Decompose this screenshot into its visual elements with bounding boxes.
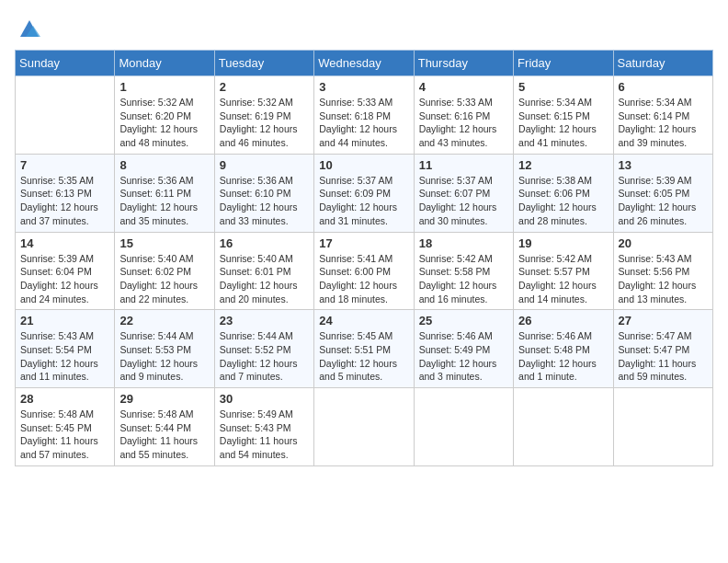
- day-number: 4: [419, 80, 508, 94]
- day-info: Sunrise: 5:36 AMSunset: 6:10 PMDaylight:…: [220, 174, 309, 228]
- calendar-cell: 20Sunrise: 5:43 AMSunset: 5:56 PMDayligh…: [613, 232, 712, 310]
- calendar-cell: 6Sunrise: 5:34 AMSunset: 6:14 PMDaylight…: [613, 76, 712, 155]
- day-info: Sunrise: 5:44 AMSunset: 5:52 PMDaylight:…: [220, 329, 309, 384]
- day-number: 19: [518, 236, 608, 250]
- day-info: Sunrise: 5:48 AMSunset: 5:44 PMDaylight:…: [119, 408, 209, 462]
- day-number: 8: [119, 158, 209, 172]
- calendar-cell: 3Sunrise: 5:33 AMSunset: 6:18 PMDaylight…: [314, 76, 414, 155]
- calendar-cell: [414, 388, 513, 466]
- calendar-cell: 21Sunrise: 5:43 AMSunset: 5:54 PMDayligh…: [16, 310, 115, 388]
- calendar-week-row: 21Sunrise: 5:43 AMSunset: 5:54 PMDayligh…: [16, 310, 713, 388]
- calendar-cell: 7Sunrise: 5:35 AMSunset: 6:13 PMDaylight…: [16, 154, 115, 232]
- day-info: Sunrise: 5:33 AMSunset: 6:16 PMDaylight:…: [419, 96, 508, 150]
- day-number: 12: [518, 158, 608, 172]
- day-number: 21: [20, 314, 109, 327]
- day-number: 9: [220, 158, 309, 172]
- calendar-cell: 11Sunrise: 5:37 AMSunset: 6:07 PMDayligh…: [414, 154, 513, 232]
- day-number: 7: [20, 158, 109, 172]
- calendar-cell: 29Sunrise: 5:48 AMSunset: 5:44 PMDayligh…: [115, 388, 214, 466]
- calendar-cell: 5Sunrise: 5:34 AMSunset: 6:15 PMDaylight…: [514, 76, 613, 155]
- calendar-cell: 30Sunrise: 5:49 AMSunset: 5:43 PMDayligh…: [214, 388, 313, 466]
- day-number: 10: [319, 158, 408, 172]
- calendar-week-row: 7Sunrise: 5:35 AMSunset: 6:13 PMDaylight…: [16, 154, 713, 232]
- calendar-cell: 10Sunrise: 5:37 AMSunset: 6:09 PMDayligh…: [314, 154, 414, 232]
- calendar-cell: 1Sunrise: 5:32 AMSunset: 6:20 PMDaylight…: [115, 76, 214, 155]
- calendar-cell: 24Sunrise: 5:45 AMSunset: 5:51 PMDayligh…: [314, 310, 414, 388]
- day-info: Sunrise: 5:42 AMSunset: 5:58 PMDaylight:…: [419, 252, 508, 306]
- day-info: Sunrise: 5:32 AMSunset: 6:20 PMDaylight:…: [119, 96, 209, 150]
- logo-icon: [17, 15, 42, 40]
- day-info: Sunrise: 5:40 AMSunset: 6:01 PMDaylight:…: [220, 252, 309, 306]
- day-number: 26: [518, 314, 608, 327]
- calendar-cell: 17Sunrise: 5:41 AMSunset: 6:00 PMDayligh…: [314, 232, 414, 310]
- day-header-saturday: Saturday: [613, 51, 712, 76]
- day-info: Sunrise: 5:33 AMSunset: 6:18 PMDaylight:…: [319, 96, 408, 150]
- calendar-week-row: 28Sunrise: 5:48 AMSunset: 5:45 PMDayligh…: [16, 388, 713, 466]
- day-number: 18: [419, 236, 508, 250]
- calendar-header-row: SundayMondayTuesdayWednesdayThursdayFrid…: [16, 51, 713, 76]
- day-number: 23: [220, 314, 309, 327]
- calendar-table: SundayMondayTuesdayWednesdayThursdayFrid…: [15, 50, 713, 466]
- calendar-cell: 23Sunrise: 5:44 AMSunset: 5:52 PMDayligh…: [214, 310, 313, 388]
- day-header-friday: Friday: [514, 51, 613, 76]
- day-info: Sunrise: 5:41 AMSunset: 6:00 PMDaylight:…: [319, 252, 408, 306]
- day-info: Sunrise: 5:34 AMSunset: 6:15 PMDaylight:…: [518, 96, 608, 150]
- day-info: Sunrise: 5:34 AMSunset: 6:14 PMDaylight:…: [619, 96, 708, 150]
- calendar-cell: 19Sunrise: 5:42 AMSunset: 5:57 PMDayligh…: [514, 232, 613, 310]
- day-number: 20: [619, 236, 708, 250]
- calendar-cell: [613, 388, 712, 466]
- day-info: Sunrise: 5:45 AMSunset: 5:51 PMDaylight:…: [319, 329, 408, 384]
- day-info: Sunrise: 5:38 AMSunset: 6:06 PMDaylight:…: [518, 174, 608, 228]
- day-header-wednesday: Wednesday: [314, 51, 414, 76]
- day-info: Sunrise: 5:47 AMSunset: 5:47 PMDaylight:…: [619, 329, 708, 384]
- day-info: Sunrise: 5:39 AMSunset: 6:04 PMDaylight:…: [20, 252, 109, 306]
- day-info: Sunrise: 5:32 AMSunset: 6:19 PMDaylight:…: [220, 96, 309, 150]
- day-number: 30: [220, 392, 309, 406]
- day-info: Sunrise: 5:40 AMSunset: 6:02 PMDaylight:…: [119, 252, 209, 306]
- day-number: 15: [119, 236, 209, 250]
- calendar-cell: 25Sunrise: 5:46 AMSunset: 5:49 PMDayligh…: [414, 310, 513, 388]
- calendar-week-row: 14Sunrise: 5:39 AMSunset: 6:04 PMDayligh…: [16, 232, 713, 310]
- calendar-week-row: 1Sunrise: 5:32 AMSunset: 6:20 PMDaylight…: [16, 76, 713, 155]
- calendar-cell: 28Sunrise: 5:48 AMSunset: 5:45 PMDayligh…: [16, 388, 115, 466]
- day-number: 2: [220, 80, 309, 94]
- day-number: 1: [119, 80, 209, 94]
- day-header-sunday: Sunday: [16, 51, 115, 76]
- day-number: 27: [619, 314, 708, 327]
- day-info: Sunrise: 5:46 AMSunset: 5:48 PMDaylight:…: [518, 329, 608, 384]
- day-info: Sunrise: 5:43 AMSunset: 5:56 PMDaylight:…: [619, 252, 708, 306]
- calendar-cell: 13Sunrise: 5:39 AMSunset: 6:05 PMDayligh…: [613, 154, 712, 232]
- day-number: 17: [319, 236, 408, 250]
- day-header-tuesday: Tuesday: [214, 51, 313, 76]
- day-number: 3: [319, 80, 408, 94]
- calendar-cell: 16Sunrise: 5:40 AMSunset: 6:01 PMDayligh…: [214, 232, 313, 310]
- day-number: 6: [619, 80, 708, 94]
- day-info: Sunrise: 5:46 AMSunset: 5:49 PMDaylight:…: [419, 329, 508, 384]
- day-number: 25: [419, 314, 508, 327]
- day-number: 24: [319, 314, 408, 327]
- day-info: Sunrise: 5:39 AMSunset: 6:05 PMDaylight:…: [619, 174, 708, 228]
- day-info: Sunrise: 5:37 AMSunset: 6:09 PMDaylight:…: [319, 174, 408, 228]
- logo: [15, 15, 42, 40]
- day-info: Sunrise: 5:35 AMSunset: 6:13 PMDaylight:…: [20, 174, 109, 228]
- calendar-cell: 26Sunrise: 5:46 AMSunset: 5:48 PMDayligh…: [514, 310, 613, 388]
- day-number: 28: [20, 392, 109, 406]
- day-number: 16: [220, 236, 309, 250]
- day-info: Sunrise: 5:49 AMSunset: 5:43 PMDaylight:…: [220, 408, 309, 462]
- day-info: Sunrise: 5:37 AMSunset: 6:07 PMDaylight:…: [419, 174, 508, 228]
- day-info: Sunrise: 5:42 AMSunset: 5:57 PMDaylight:…: [518, 252, 608, 306]
- calendar-cell: 2Sunrise: 5:32 AMSunset: 6:19 PMDaylight…: [214, 76, 313, 155]
- calendar-cell: [16, 76, 115, 155]
- day-number: 22: [119, 314, 209, 327]
- day-number: 13: [619, 158, 708, 172]
- page-header: [15, 15, 713, 40]
- calendar-cell: 18Sunrise: 5:42 AMSunset: 5:58 PMDayligh…: [414, 232, 513, 310]
- day-number: 14: [20, 236, 109, 250]
- day-info: Sunrise: 5:48 AMSunset: 5:45 PMDaylight:…: [20, 408, 109, 462]
- calendar-cell: 15Sunrise: 5:40 AMSunset: 6:02 PMDayligh…: [115, 232, 214, 310]
- calendar-cell: 9Sunrise: 5:36 AMSunset: 6:10 PMDaylight…: [214, 154, 313, 232]
- day-info: Sunrise: 5:44 AMSunset: 5:53 PMDaylight:…: [119, 329, 209, 384]
- calendar-cell: 4Sunrise: 5:33 AMSunset: 6:16 PMDaylight…: [414, 76, 513, 155]
- day-info: Sunrise: 5:36 AMSunset: 6:11 PMDaylight:…: [119, 174, 209, 228]
- day-number: 5: [518, 80, 608, 94]
